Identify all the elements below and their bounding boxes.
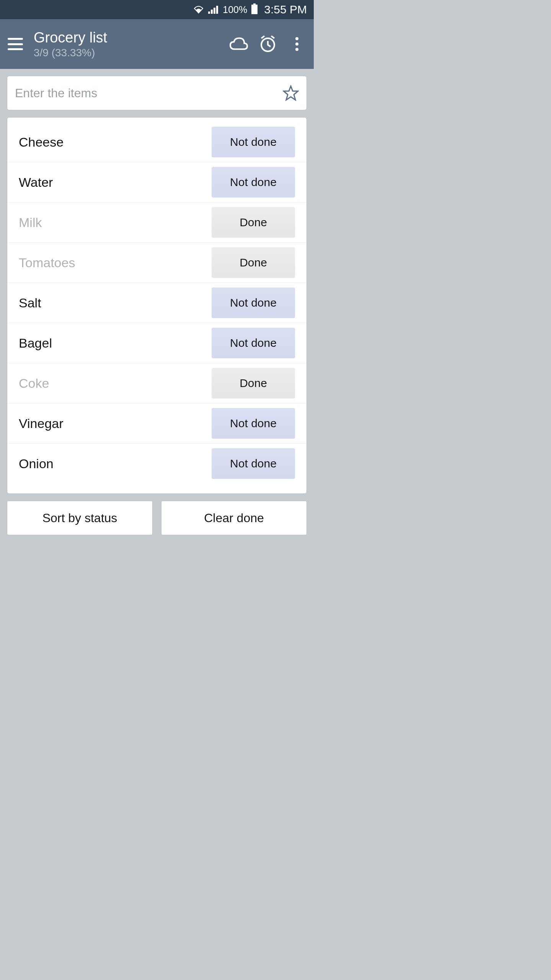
status-button[interactable]: Not done (212, 408, 295, 439)
battery-percent: 100% (223, 4, 247, 15)
item-label: Water (19, 175, 53, 190)
list-item: CheeseNot done (7, 122, 306, 162)
item-label: Onion (19, 456, 54, 471)
list-item: BagelNot done (7, 323, 306, 363)
item-label: Cheese (19, 135, 64, 150)
list-item: CokeDone (7, 363, 306, 403)
overflow-icon[interactable] (288, 35, 306, 53)
status-button[interactable]: Not done (212, 127, 295, 157)
signal-icon (208, 5, 219, 14)
list-item: VinegarNot done (7, 403, 306, 444)
status-button[interactable]: Done (212, 368, 295, 399)
svg-rect-3 (216, 6, 218, 14)
item-label: Vinegar (19, 416, 64, 431)
svg-point-8 (295, 42, 298, 46)
battery-icon (251, 3, 258, 16)
item-list: CheeseNot doneWaterNot doneMilkDoneTomat… (7, 117, 307, 494)
svg-rect-1 (211, 10, 213, 14)
clear-done-button[interactable]: Clear done (161, 501, 307, 535)
item-label: Bagel (19, 336, 52, 351)
list-item: MilkDone (7, 203, 306, 243)
list-item: WaterNot done (7, 162, 306, 203)
page-title: Grocery list (34, 29, 219, 46)
status-button[interactable]: Not done (212, 287, 295, 318)
clock-time: 3:55 PM (264, 3, 307, 16)
status-button[interactable]: Done (212, 247, 295, 278)
status-button[interactable]: Not done (212, 448, 295, 479)
status-button[interactable]: Done (212, 207, 295, 238)
menu-icon[interactable] (8, 38, 23, 50)
svg-rect-2 (214, 8, 215, 14)
svg-point-7 (295, 37, 298, 40)
star-icon[interactable] (283, 85, 299, 101)
item-label: Salt (19, 296, 41, 310)
status-bar: 100% 3:55 PM (0, 0, 314, 19)
title-block: Grocery list 3/9 (33.33%) (34, 29, 219, 59)
svg-rect-4 (253, 3, 256, 5)
list-item: OnionNot done (7, 444, 306, 483)
list-item: SaltNot done (7, 283, 306, 323)
list-item: TomatoesDone (7, 243, 306, 283)
item-input[interactable] (15, 86, 283, 100)
svg-point-9 (295, 48, 298, 51)
svg-marker-10 (284, 86, 298, 100)
item-input-row (7, 76, 307, 110)
alarm-icon[interactable] (259, 35, 277, 53)
svg-rect-0 (208, 11, 210, 14)
progress-subtitle: 3/9 (33.33%) (34, 47, 219, 59)
app-bar: Grocery list 3/9 (33.33%) (0, 19, 314, 69)
cloud-icon[interactable] (230, 35, 248, 53)
footer-buttons: Sort by status Clear done (0, 501, 314, 535)
item-label: Coke (19, 376, 49, 391)
wifi-icon (193, 5, 204, 14)
sort-button[interactable]: Sort by status (7, 501, 153, 535)
svg-rect-5 (251, 5, 258, 14)
status-button[interactable]: Not done (212, 328, 295, 358)
item-label: Milk (19, 215, 42, 230)
status-button[interactable]: Not done (212, 167, 295, 198)
item-label: Tomatoes (19, 255, 75, 270)
